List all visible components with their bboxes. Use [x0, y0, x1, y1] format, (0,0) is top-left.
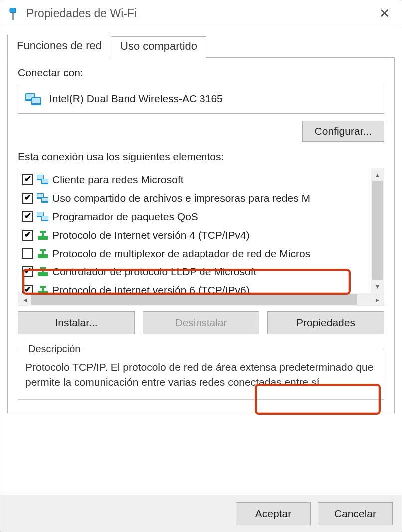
item-label: Cliente para redes Microsoft [52, 174, 184, 186]
install-button[interactable]: Instalar... [18, 311, 135, 334]
svg-rect-9 [42, 179, 48, 183]
item-label: Programador de paquetes QoS [52, 211, 198, 223]
elements-label: Esta conexión usa los siguientes element… [18, 151, 384, 163]
scroll-thumb[interactable] [372, 181, 383, 280]
svg-rect-11 [37, 194, 43, 197]
svg-rect-7 [37, 175, 43, 179]
network-adapter-icon [25, 91, 42, 106]
scroll-down-icon[interactable]: ▾ [371, 280, 384, 293]
list-item[interactable]: Controlador de protocolo LLDP de Microso… [20, 263, 384, 281]
item-label: Uso compartido de archivos e impresoras … [52, 192, 310, 204]
connect-using-label: Conectar con: [18, 67, 384, 79]
item-checkbox[interactable] [22, 174, 33, 185]
item-label: Protocolo de multiplexor de adaptador de… [52, 248, 310, 260]
svg-rect-20 [40, 231, 46, 233]
list-item[interactable]: Protocolo de Internet versión 4 (TCP/IPv… [20, 226, 384, 244]
svg-rect-13 [42, 198, 48, 201]
svg-rect-1 [12, 13, 14, 20]
titlebar: Propiedades de Wi-Fi ✕ [0, 0, 402, 27]
svg-rect-29 [40, 286, 46, 288]
hscroll-thumb[interactable] [31, 294, 357, 305]
properties-button[interactable]: Propiedades [267, 311, 384, 334]
svg-rect-23 [40, 249, 46, 251]
vertical-scrollbar[interactable]: ▴ ▾ [371, 168, 384, 293]
list-item[interactable]: Protocolo de multiplexor de adaptador de… [20, 244, 384, 263]
list-item[interactable]: Cliente para redes Microsoft [20, 170, 384, 189]
dialog-body: Funciones de red Uso compartido Conectar… [0, 27, 402, 495]
proto-icon [36, 229, 49, 242]
svg-rect-26 [40, 267, 46, 269]
wifi-properties-dialog: Propiedades de Wi-Fi ✕ Funciones de red … [0, 0, 402, 532]
item-checkbox[interactable] [22, 230, 33, 241]
item-checkbox[interactable] [22, 193, 33, 204]
adapter-box[interactable]: Intel(R) Dual Band Wireless-AC 3165 [18, 84, 384, 114]
tab-networking[interactable]: Funciones de red [7, 35, 111, 58]
ok-button[interactable]: Aceptar [236, 502, 311, 525]
uninstall-button: Desinstalar [143, 311, 259, 334]
configure-button[interactable]: Configurar... [302, 121, 384, 142]
list-item[interactable]: Uso compartido de archivos e impresoras … [20, 189, 384, 207]
app-icon [7, 5, 18, 22]
tab-sharing[interactable]: Uso compartido [111, 36, 206, 59]
scroll-left-icon[interactable]: ◂ [18, 293, 31, 306]
item-checkbox[interactable] [22, 211, 33, 222]
item-checkbox[interactable] [22, 266, 33, 277]
scroll-up-icon[interactable]: ▴ [371, 168, 384, 181]
item-label: Protocolo de Internet versión 4 (TCP/IPv… [52, 229, 250, 241]
adapter-name: Intel(R) Dual Band Wireless-AC 3165 [49, 93, 223, 105]
svg-rect-0 [10, 8, 16, 13]
scroll-right-icon[interactable]: ▸ [371, 293, 384, 306]
window-title: Propiedades de Wi-Fi [26, 7, 375, 20]
elements-listbox[interactable]: Cliente para redes MicrosoftUso comparti… [18, 168, 384, 306]
share-icon [36, 192, 49, 205]
proto-icon [36, 284, 49, 293]
svg-rect-5 [32, 98, 40, 103]
item-label: Controlador de protocolo LLDP de Microso… [52, 266, 256, 278]
close-button[interactable]: ✕ [375, 4, 395, 24]
svg-rect-15 [37, 212, 43, 216]
tab-strip: Funciones de red Uso compartido [7, 35, 395, 58]
dialog-footer: Aceptar Cancelar [0, 495, 402, 532]
proto-icon [36, 247, 49, 260]
qos-icon [36, 210, 49, 223]
item-checkbox[interactable] [22, 285, 33, 293]
description-legend: Descripción [25, 343, 83, 355]
proto-icon [36, 266, 49, 278]
cancel-button[interactable]: Cancelar [318, 502, 393, 525]
client-icon [36, 173, 49, 186]
networking-panel: Conectar con: Intel(R) Dual Band Wireles… [7, 57, 395, 413]
item-checkbox[interactable] [22, 248, 33, 259]
item-label: Protocolo de Internet versión 6 (TCP/IPv… [52, 284, 250, 293]
svg-rect-17 [42, 216, 48, 220]
horizontal-scrollbar[interactable]: ◂ ▸ [18, 293, 384, 306]
description-group: Descripción Protocolo TCP/IP. El protoco… [18, 343, 384, 400]
description-text: Protocolo TCP/IP. El protocolo de red de… [25, 360, 377, 390]
list-item[interactable]: Programador de paquetes QoS [20, 207, 384, 226]
list-item[interactable]: Protocolo de Internet versión 6 (TCP/IPv… [20, 281, 384, 293]
